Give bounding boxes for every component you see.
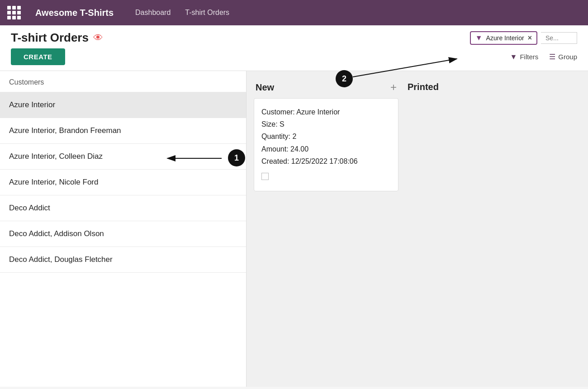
search-input[interactable] <box>541 32 577 44</box>
page-title-row: T-shirt Orders 👁 ▼ Azure Interior × <box>11 31 577 45</box>
create-button[interactable]: CREATE <box>11 48 65 65</box>
sidebar-item[interactable]: Deco Addict, Addison Olson <box>0 221 246 247</box>
column-title-new: New <box>256 82 274 93</box>
filter-icon: ▼ <box>510 53 517 61</box>
page-title: T-shirt Orders <box>11 31 89 45</box>
kanban-area: New + Customer: Azure Interior Size: S Q… <box>247 71 588 387</box>
page-title-left: T-shirt Orders 👁 <box>11 31 103 45</box>
sidebar-item[interactable]: Deco Addict, Douglas Fletcher <box>0 247 246 273</box>
card-quantity: Quantity: 2 <box>261 130 391 142</box>
filter-funnel-icon: ▼ <box>475 34 483 42</box>
sidebar-item[interactable]: Azure Interior <box>0 92 246 118</box>
page-header: T-shirt Orders 👁 ▼ Azure Interior × CREA… <box>0 25 588 71</box>
card-checkbox[interactable] <box>261 173 269 180</box>
group-label: Group <box>558 53 577 61</box>
nav-dashboard[interactable]: Dashboard <box>135 9 171 17</box>
eye-icon[interactable]: 👁 <box>93 32 103 44</box>
kanban-column-header: New + <box>254 78 398 98</box>
group-button[interactable]: ☰ Group <box>549 52 577 61</box>
group-icon: ☰ <box>549 52 555 61</box>
card-customer: Customer: Azure Interior <box>261 106 391 118</box>
card-amount: Amount: 24.00 <box>261 143 391 155</box>
filter-tag-label: Azure Interior <box>486 34 524 42</box>
top-nav: Awesome T-Shirts Dashboard T-shirt Order… <box>0 0 588 25</box>
search-filter-area: ▼ Azure Interior × <box>470 31 577 45</box>
kanban-card[interactable]: Customer: Azure Interior Size: S Quantit… <box>254 98 398 191</box>
page-actions-row: CREATE ▼ Filters ☰ Group <box>11 48 577 71</box>
app-name: Awesome T-Shirts <box>35 8 114 18</box>
nav-tshirt-orders[interactable]: T-shirt Orders <box>185 9 229 17</box>
column-add-button[interactable]: + <box>390 82 397 93</box>
annotation-2: 2 <box>336 70 353 87</box>
sidebar-header: Customers <box>0 71 246 92</box>
filters-button[interactable]: ▼ Filters <box>510 53 539 61</box>
kanban-columns: New + Customer: Azure Interior Size: S Q… <box>247 71 588 387</box>
filter-tag-close[interactable]: × <box>528 34 532 42</box>
annotation-1: 1 <box>228 149 245 166</box>
sidebar-item[interactable]: Azure Interior, Nicole Ford <box>0 170 246 195</box>
kanban-column-printed: Printed <box>406 78 550 380</box>
kanban-column-new: New + Customer: Azure Interior Size: S Q… <box>254 78 398 380</box>
main-content: Customers Azure Interior Azure Interior,… <box>0 71 588 387</box>
toolbar-right: ▼ Filters ☰ Group <box>510 52 577 61</box>
sidebar-item[interactable]: Azure Interior, Brandon Freeman <box>0 118 246 144</box>
card-size: Size: S <box>261 118 391 130</box>
nav-links: Dashboard T-shirt Orders <box>135 9 229 17</box>
sidebar-item[interactable]: Azure Interior, Colleen Diaz <box>0 144 246 170</box>
filter-tag[interactable]: ▼ Azure Interior × <box>470 31 537 45</box>
card-created: Created: 12/25/2022 17:08:06 <box>261 155 391 167</box>
column-title-printed: Printed <box>408 82 439 92</box>
sidebar-item[interactable]: Deco Addict <box>0 195 246 221</box>
grid-menu-icon[interactable] <box>7 6 21 19</box>
kanban-column-header-printed: Printed <box>406 78 550 98</box>
filters-label: Filters <box>520 53 538 61</box>
sidebar: Customers Azure Interior Azure Interior,… <box>0 71 247 387</box>
